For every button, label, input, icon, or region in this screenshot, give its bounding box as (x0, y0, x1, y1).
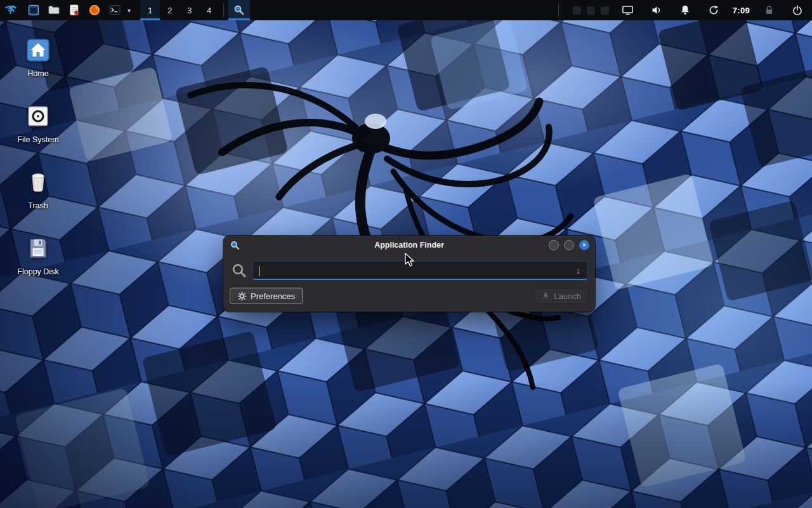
tray-icon[interactable] (587, 6, 595, 15)
application-finder-window: Application Finder ✕ ↓ (223, 236, 595, 312)
preferences-label: Preferences (251, 291, 295, 301)
desktop-icon-label: File System (11, 135, 65, 144)
workspace-switcher: 1 2 3 4 (140, 0, 219, 20)
search-icon (232, 263, 247, 278)
terminal-dropdown-chevron-icon[interactable]: ▾ (126, 7, 133, 14)
firefox-icon[interactable] (85, 0, 104, 20)
workspace-1[interactable]: 1 (140, 0, 160, 20)
titlebar[interactable]: Application Finder ✕ (223, 236, 595, 255)
desktop-icon-file-system[interactable]: File System (11, 103, 65, 144)
trash-icon (25, 169, 51, 196)
tray-icon[interactable] (573, 6, 581, 15)
kali-menu-icon[interactable] (1, 0, 20, 20)
system-tray (573, 6, 609, 15)
desktop-icon-label: Trash (11, 201, 65, 210)
panel-launchers: ▾ (24, 0, 133, 20)
desktop-icon-trash[interactable]: Trash (11, 169, 65, 210)
maximize-button[interactable] (564, 240, 574, 250)
entry-dropdown-arrow-icon[interactable]: ↓ (575, 265, 582, 276)
power-icon[interactable] (788, 0, 807, 20)
lock-screen-icon[interactable] (759, 0, 778, 20)
workspace-2[interactable]: 2 (160, 0, 180, 20)
close-button[interactable]: ✕ (579, 240, 589, 250)
taskbar-application-finder[interactable] (228, 0, 250, 20)
floppy-disk-icon (25, 235, 51, 262)
terminal-icon[interactable] (105, 0, 124, 20)
file-system-icon (25, 103, 51, 130)
dialog-button-row: Preferences Launch (223, 283, 595, 304)
workspace-3[interactable]: 3 (180, 0, 199, 20)
desktop-icon-label: Home (11, 69, 65, 78)
launch-button[interactable]: Launch (534, 288, 589, 304)
tray-separator (558, 3, 559, 17)
application-finder-icon (233, 4, 245, 16)
desktop-root: ▾ 1 2 3 4 (0, 0, 812, 508)
window-icon (230, 241, 240, 250)
launch-label: Launch (554, 291, 581, 301)
display-icon[interactable] (619, 0, 638, 20)
panel-separator (223, 3, 224, 17)
software-update-icon[interactable] (704, 0, 723, 20)
minimize-button[interactable] (549, 240, 559, 250)
desktop-icon-label: Floppy Disk (11, 267, 65, 276)
home-folder-icon (25, 37, 51, 64)
text-caret (259, 266, 259, 276)
volume-icon[interactable] (647, 0, 666, 20)
launch-rocket-icon (541, 291, 550, 301)
top-panel: ▾ 1 2 3 4 (0, 0, 812, 20)
search-entry: ↓ (252, 261, 587, 280)
desktop-icon-floppy-disk[interactable]: Floppy Disk (11, 235, 65, 276)
clock[interactable]: 7:09 (733, 6, 750, 15)
preferences-button[interactable]: Preferences (230, 288, 303, 304)
notifications-icon[interactable] (676, 0, 695, 20)
workspace-4[interactable]: 4 (199, 0, 219, 20)
search-input[interactable] (258, 265, 575, 275)
gear-icon (237, 291, 247, 301)
tray-icon[interactable] (601, 6, 609, 15)
window-title: Application Finder (223, 241, 595, 250)
folder-icon[interactable] (44, 0, 63, 20)
panel-status-area: 7:09 (554, 0, 807, 20)
search-row: ↓ (223, 255, 595, 283)
window-controls: ✕ (549, 240, 589, 250)
text-editor-icon[interactable] (65, 0, 84, 20)
desktop-icon-home[interactable]: Home (11, 37, 65, 78)
file-manager-icon[interactable] (24, 0, 43, 20)
